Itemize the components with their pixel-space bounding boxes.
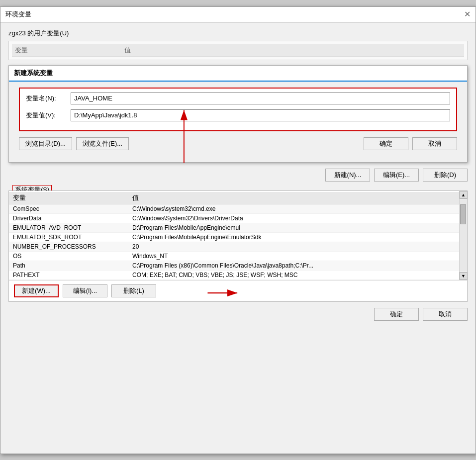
var-val-label: 变量值(V): bbox=[26, 111, 71, 120]
environment-variables-window: 环境变量 ✕ zgx23 的用户变量(U) 变量 值 新建系统变量 变量名(N)… bbox=[0, 6, 476, 454]
sys-vars-scrollbar[interactable]: ▲ ▼ bbox=[459, 191, 467, 280]
window-body: zgx23 的用户变量(U) 变量 值 新建系统变量 变量名(N): 变量值(V… bbox=[0, 23, 476, 327]
var-cell: ComSpec bbox=[9, 204, 128, 213]
sys-vars-col-var: 变量 bbox=[9, 192, 128, 204]
sys-vars-table: 变量 值 ComSpecC:\Windows\system32\cmd.exeD… bbox=[9, 192, 459, 280]
sys-vars-scroll-area: 变量 值 ComSpecC:\Windows\system32\cmd.exeD… bbox=[9, 191, 467, 280]
val-cell: C:\Program Files (x86)\Common Files\Orac… bbox=[128, 261, 459, 270]
sys-edit-button[interactable]: 编辑(l)... bbox=[63, 284, 107, 297]
ok-button[interactable]: 确定 bbox=[374, 308, 419, 321]
browse-file-button[interactable]: 浏览文件(E)... bbox=[76, 137, 129, 150]
var-name-row: 变量名(N): bbox=[26, 92, 450, 104]
val-cell: C:\Program Files\MobileAppEngine\Emulato… bbox=[128, 232, 459, 242]
val-cell: D:\Program Files\MobileAppEngine\emui bbox=[128, 223, 459, 232]
sys-vars-col-val: 值 bbox=[128, 192, 459, 204]
browse-dir-button[interactable]: 浏览目录(D)... bbox=[19, 137, 72, 150]
var-cell: NUMBER_OF_PROCESSORS bbox=[9, 242, 128, 251]
var-cell: EMULATOR_AVD_ROOT bbox=[9, 223, 128, 232]
var-name-label: 变量名(N): bbox=[26, 94, 71, 103]
sys-new-button[interactable]: 新建(W)... bbox=[14, 284, 59, 297]
table-row[interactable]: OSWindows_NT bbox=[9, 251, 459, 261]
user-edit-button[interactable]: 编辑(E)... bbox=[374, 169, 419, 182]
cancel-button[interactable]: 取消 bbox=[423, 308, 468, 321]
user-vars-col-val: 值 bbox=[124, 46, 461, 55]
close-button[interactable]: ✕ bbox=[464, 10, 471, 18]
table-row[interactable]: DriverDataC:\Windows\System32\Drivers\Dr… bbox=[9, 213, 459, 223]
val-cell: COM; EXE; BAT; CMD; VBS; VBE; JS; JSE; W… bbox=[128, 270, 459, 279]
val-cell: C:\Windows\system32\cmd.exe bbox=[128, 204, 459, 213]
sys-vars-table-container: 变量 值 ComSpecC:\Windows\system32\cmd.exeD… bbox=[9, 191, 459, 280]
user-new-button[interactable]: 新建(N)... bbox=[325, 169, 370, 182]
val-cell: Windows_NT bbox=[128, 251, 459, 261]
var-fields-highlight: 变量名(N): 变量值(V): bbox=[19, 88, 457, 131]
var-val-row: 变量值(V): bbox=[26, 109, 450, 121]
new-var-dialog-title: 新建系统变量 bbox=[9, 66, 467, 82]
table-row[interactable]: ComSpecC:\Windows\system32\cmd.exe bbox=[9, 204, 459, 213]
var-cell: OS bbox=[9, 251, 128, 261]
table-row[interactable]: EMULATOR_AVD_ROOTD:\Program Files\Mobile… bbox=[9, 223, 459, 232]
user-vars-label: zgx23 的用户变量(U) bbox=[8, 29, 468, 38]
var-cell: Path bbox=[9, 261, 128, 270]
user-vars-actions: 新建(N)... 编辑(E)... 删除(D) bbox=[8, 169, 468, 182]
user-vars-section: 变量 值 bbox=[8, 41, 468, 60]
user-delete-button[interactable]: 删除(D) bbox=[423, 169, 468, 182]
bottom-buttons: 确定 取消 bbox=[8, 308, 468, 321]
dialog-action-row: 浏览目录(D)... 浏览文件(E)... 确定 取消 bbox=[19, 137, 457, 150]
scroll-track bbox=[460, 199, 467, 272]
var-name-input[interactable] bbox=[71, 92, 450, 104]
val-cell: 20 bbox=[128, 242, 459, 251]
var-cell: DriverData bbox=[9, 213, 128, 223]
sys-delete-button[interactable]: 删除(L) bbox=[111, 284, 156, 297]
new-var-ok-button[interactable]: 确定 bbox=[364, 137, 408, 150]
new-var-dialog: 新建系统变量 变量名(N): 变量值(V): 浏览目录(D)... 浏览文件(E… bbox=[8, 65, 468, 163]
var-val-input[interactable] bbox=[71, 109, 450, 121]
new-var-cancel-button[interactable]: 取消 bbox=[412, 137, 457, 150]
scroll-down-btn[interactable]: ▼ bbox=[460, 272, 468, 280]
scroll-up-btn[interactable]: ▲ bbox=[460, 191, 468, 199]
table-row[interactable]: EMULATOR_SDK_ROOTC:\Program Files\Mobile… bbox=[9, 232, 459, 242]
sys-vars-header-row: 变量 值 bbox=[9, 192, 459, 204]
user-vars-header: 变量 值 bbox=[12, 44, 464, 57]
table-row[interactable]: PATHEXTCOM; EXE; BAT; CMD; VBS; VBE; JS;… bbox=[9, 270, 459, 279]
sys-vars-container: 系统变量(S) 变量 值 ComSpecC:\Windows bbox=[8, 190, 468, 302]
title-bar: 环境变量 ✕ bbox=[0, 7, 476, 23]
user-vars-col-var: 变量 bbox=[15, 46, 124, 55]
var-cell: PATHEXT bbox=[9, 270, 128, 279]
val-cell: C:\Windows\System32\Drivers\DriverData bbox=[128, 213, 459, 223]
scroll-thumb[interactable] bbox=[460, 204, 466, 224]
sys-vars-section: 变量 值 ComSpecC:\Windows\system32\cmd.exeD… bbox=[8, 190, 468, 302]
window-title: 环境变量 bbox=[5, 10, 31, 19]
var-cell: EMULATOR_SDK_ROOT bbox=[9, 232, 128, 242]
table-row[interactable]: NUMBER_OF_PROCESSORS20 bbox=[9, 242, 459, 251]
sys-vars-actions: 新建(W)... 编辑(l)... 删除(L) bbox=[9, 280, 467, 301]
table-row[interactable]: PathC:\Program Files (x86)\Common Files\… bbox=[9, 261, 459, 270]
